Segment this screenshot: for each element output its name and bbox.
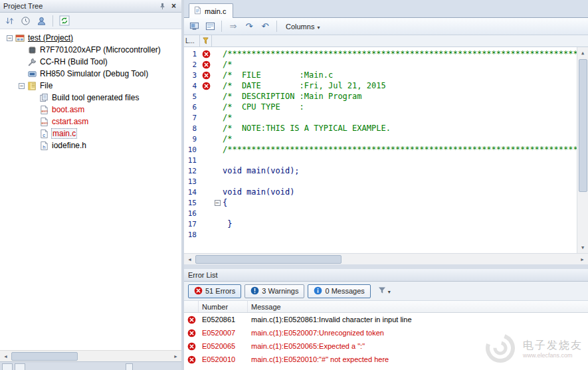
panel-tab-stub[interactable]: [2, 363, 13, 370]
message-column-header[interactable]: Message: [248, 301, 588, 312]
columns-label: Columns: [286, 23, 314, 31]
view-mode-icon[interactable]: [187, 20, 201, 33]
scrollbar-thumb[interactable]: [195, 255, 342, 264]
tree-item-iodefine-h[interactable]: hiodefine.h: [0, 139, 181, 151]
code-line-7[interactable]: 7/*: [184, 112, 588, 123]
code-line-1[interactable]: 1/**************************************…: [184, 48, 588, 59]
tree-item-boot-asm[interactable]: asmboot.asm: [0, 104, 181, 116]
code-line-6[interactable]: 6/* CPU TYPE :: [184, 102, 588, 112]
line-number: 17: [184, 220, 200, 229]
code-line-17[interactable]: 17 }: [184, 219, 588, 229]
close-icon[interactable]: ×: [168, 1, 179, 11]
code-editor: main.c ⇒ ↷ ↶ Columns ▾ L...: [184, 0, 588, 264]
scroll-left-icon[interactable]: ◄: [0, 351, 11, 362]
tree-item-main-c[interactable]: cmain.c: [0, 128, 181, 139]
error-number: E0520861: [199, 316, 248, 324]
line-number: 10: [184, 145, 200, 154]
code-line-14[interactable]: 14void main(void): [184, 187, 588, 197]
code-line-8[interactable]: 8/* NOTE:THIS IS A TYPICAL EXAMPLE.: [184, 123, 588, 134]
user-icon[interactable]: [35, 14, 48, 27]
project-tree-toolbar: [0, 13, 181, 29]
refresh-icon[interactable]: [58, 14, 71, 27]
scroll-left-icon[interactable]: ◄: [184, 254, 195, 265]
editor-code-area[interactable]: 1/**************************************…: [184, 47, 588, 253]
line-number: 6: [184, 103, 200, 112]
error-row-E0520010[interactable]: E0520010main.c(1):E0520010:"#" not expec…: [184, 353, 588, 366]
tree-item-test-project[interactable]: −test (Project): [0, 32, 181, 44]
tree-item-cstart-asm[interactable]: asmcstart.asm: [0, 116, 181, 128]
scroll-right-icon[interactable]: ►: [577, 254, 588, 265]
error-row-E0520861[interactable]: E0520861main.c(1):E0520861:Invalid chara…: [184, 313, 588, 326]
panel-tab-stub[interactable]: [126, 363, 133, 370]
code-line-4[interactable]: 4/* DATE :Fri, Jul 21, 2015: [184, 80, 588, 91]
fold-collapse-icon[interactable]: −: [215, 200, 221, 206]
code-line-10[interactable]: 10/*************************************…: [184, 144, 588, 155]
code-text: /***************************************…: [223, 145, 588, 154]
clock-icon[interactable]: [19, 14, 32, 27]
code-line-9[interactable]: 9/*: [184, 134, 588, 144]
fold-cell[interactable]: −: [212, 200, 223, 206]
panel-splitter[interactable]: [184, 264, 588, 269]
scroll-right-icon[interactable]: ►: [170, 351, 181, 362]
error-row-E0520007[interactable]: E0520007main.c(1):E0520007:Unrecognized …: [184, 326, 588, 339]
errors-filter-button[interactable]: 51 Errors: [188, 284, 241, 298]
line-number: 8: [184, 124, 200, 133]
editor-vertical-scrollbar[interactable]: ▲ ▼: [577, 47, 588, 253]
sort-icon[interactable]: [3, 14, 16, 27]
severity-column-header[interactable]: [184, 301, 199, 312]
tree-horizontal-scrollbar[interactable]: ◄ ►: [0, 350, 181, 361]
view-list-icon[interactable]: [203, 20, 217, 33]
tree-expander-icon[interactable]: −: [7, 35, 13, 41]
scroll-down-icon[interactable]: ▼: [577, 242, 588, 253]
code-line-13[interactable]: 13: [184, 176, 588, 187]
tree-item-label: main.c: [51, 128, 77, 139]
tree-item-label: Build tool generated files: [51, 93, 140, 102]
scrollbar-thumb[interactable]: [579, 59, 587, 192]
scrollbar-thumb[interactable]: [11, 352, 78, 361]
error-row-E0520065[interactable]: E0520065main.c(1):E0520065:Expected a ":…: [184, 339, 588, 353]
navigate-forward-icon[interactable]: ⇒: [227, 20, 240, 33]
error-icon: [184, 329, 199, 337]
code-line-3[interactable]: 3/* FILE :Main.c: [184, 70, 588, 80]
code-line-15[interactable]: 15−{: [184, 197, 588, 208]
code-line-16[interactable]: 16: [184, 208, 588, 219]
line-number: 18: [184, 231, 200, 239]
genfiles-icon: [39, 92, 49, 103]
pin-icon[interactable]: [157, 1, 168, 11]
tree-item-file[interactable]: −File: [0, 80, 181, 92]
tab-main-c[interactable]: main.c: [189, 3, 233, 18]
code-line-12[interactable]: 12void main(void);: [184, 165, 588, 176]
line-column-header[interactable]: L...: [184, 35, 200, 46]
code-line-11[interactable]: 11: [184, 155, 588, 165]
wrench-icon: [27, 56, 37, 67]
columns-dropdown[interactable]: Columns ▾: [282, 20, 324, 33]
tree-expander-icon[interactable]: −: [19, 83, 25, 89]
marker-column-header[interactable]: [200, 35, 212, 46]
scroll-up-icon[interactable]: ▲: [577, 47, 588, 58]
line-error-icon: [200, 50, 212, 58]
messages-filter-button[interactable]: 0 Messages: [308, 284, 370, 298]
tree-item-label: CC-RH (Build Tool): [39, 57, 108, 66]
tree-item-cc-rh-build-tool[interactable]: CC-RH (Build Tool): [0, 56, 181, 68]
panel-tab-stub[interactable]: [15, 363, 25, 370]
tree-item-label: test (Project): [27, 33, 74, 43]
filter-dropdown[interactable]: ▾: [374, 284, 395, 298]
code-line-5[interactable]: 5/* DESCRIPTION :Main Program: [184, 91, 588, 102]
project-icon: [15, 33, 25, 43]
warnings-filter-button[interactable]: 3 Warnings: [245, 284, 304, 298]
tree-item-rh850-simulator-debug-tool[interactable]: RH850 Simulator (Debug Tool): [0, 68, 181, 80]
redo-icon[interactable]: ↷: [243, 20, 256, 33]
tree-item-r7f701020xafp-microcontroller[interactable]: R7F701020xAFP (Microcontroller): [0, 44, 181, 56]
svg-text:asm: asm: [41, 109, 48, 113]
tree-item-build-tool-generated-files[interactable]: Build tool generated files: [0, 92, 181, 104]
ide-window: Project Tree × −test (Project)R7F701020x…: [0, 0, 588, 370]
line-number: 16: [184, 209, 200, 218]
project-tree-titlebar: Project Tree ×: [0, 0, 181, 13]
undo-icon[interactable]: ↶: [258, 20, 272, 33]
editor-horizontal-scrollbar[interactable]: ◄ ►: [184, 253, 588, 264]
project-tree-body: −test (Project)R7F701020xAFP (Microcontr…: [0, 29, 181, 350]
svg-text:asm: asm: [41, 121, 48, 125]
code-line-18[interactable]: 18: [184, 229, 588, 240]
code-line-2[interactable]: 2/*: [184, 59, 588, 70]
number-column-header[interactable]: Number: [199, 301, 248, 312]
